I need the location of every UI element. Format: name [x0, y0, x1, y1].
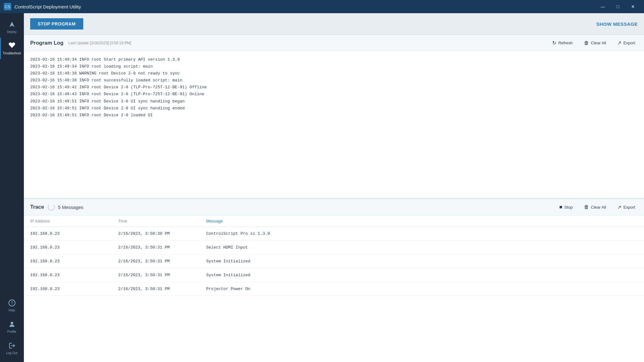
troubleshoot-icon [8, 41, 16, 50]
trace-cell-ip: 192.168.0.23 [30, 273, 118, 277]
trace-cell-time: 2/16/2023, 3:50:31 PM [118, 245, 206, 250]
profile-icon [8, 320, 16, 329]
table-row[interactable]: 192.168.0.232/16/2023, 3:50:31 PMProject… [24, 282, 644, 296]
trace-cell-time: 2/16/2023, 3:50:30 PM [118, 231, 206, 236]
trace-cell-time: 2/16/2023, 3:50:31 PM [118, 287, 206, 291]
trace-header: Trace 5 Messages ■ Stop 🗑 Clear All [24, 199, 644, 216]
trace-message-count: 5 Messages [58, 205, 557, 210]
stop-program-button[interactable]: STOP PROGRAM [30, 18, 83, 30]
trash-icon-log: 🗑 [584, 40, 589, 46]
clear-all-button-log[interactable]: 🗑 Clear All [581, 39, 608, 47]
sidebar-item-logout[interactable]: Log Out [0, 337, 24, 359]
refresh-button[interactable]: ↻ Refresh [550, 39, 575, 47]
log-line: 2023-02-16 15:49:43 INFO root Device 2-0… [30, 91, 638, 98]
col-header-time: Time [118, 219, 206, 223]
trace-actions: ■ Stop 🗑 Clear All ↗ Export [557, 203, 638, 211]
log-line: 2023-02-16 15:49:38 WARNING root Device … [30, 70, 638, 77]
log-line: 2023-02-16 15:49:51 INFO root Device 2-0… [30, 112, 638, 119]
export-icon-log: ↗ [617, 40, 621, 46]
log-content[interactable]: 2023-02-16 15:49:34 INFO root Start prim… [24, 51, 644, 198]
trace-rows-container: 192.168.0.232/16/2023, 3:50:30 PMControl… [24, 227, 644, 296]
clear-all-button-trace[interactable]: 🗑 Clear All [581, 203, 608, 211]
program-log-panel: Program Log Last Update [2/16/2023] [3:5… [24, 35, 644, 199]
sidebar-item-deploy-label: Deploy [7, 30, 17, 34]
program-log-header: Program Log Last Update [2/16/2023] [3:5… [24, 35, 644, 51]
sidebar-item-profile[interactable]: Profile [0, 316, 24, 337]
refresh-icon: ↻ [552, 40, 556, 46]
svg-marker-0 [9, 22, 14, 27]
maximize-button[interactable]: □ [611, 2, 625, 12]
export-icon-trace: ↗ [617, 204, 621, 210]
panels-container: Program Log Last Update [2/16/2023] [3:5… [24, 35, 644, 362]
trace-cell-time: 2/16/2023, 3:50:31 PM [118, 273, 206, 277]
help-icon: ? [8, 299, 16, 307]
title-bar: CS ControlScript Deployment Utility — □ … [0, 0, 644, 13]
stop-button[interactable]: ■ Stop [557, 203, 575, 211]
col-header-message: Message [206, 219, 638, 223]
log-line: 2023-02-16 15:49:38 INFO root successful… [30, 77, 638, 84]
trace-cell-message: Projector Power On [206, 287, 638, 291]
window-controls: — □ ✕ [596, 2, 640, 12]
trace-cell-message: System Initialized [206, 259, 638, 264]
close-button[interactable]: ✕ [626, 2, 640, 12]
trace-cell-ip: 192.168.0.23 [30, 259, 118, 264]
show-message-link[interactable]: SHOW MESSAGE [596, 21, 638, 27]
main-content: STOP PROGRAM SHOW MESSAGE Program Log La… [24, 13, 644, 362]
sidebar-item-troubleshoot[interactable]: Troubleshoot [0, 38, 24, 59]
sidebar-item-troubleshoot-label: Troubleshoot [3, 52, 21, 55]
trace-cell-message: System Initialized [206, 273, 638, 277]
logout-icon [8, 341, 16, 350]
export-button-log[interactable]: ↗ Export [615, 39, 638, 47]
trace-cell-message: ControlScript Pro xi 1.3.9 [206, 231, 638, 236]
app-body: Deploy Troubleshoot ? Help [0, 13, 644, 362]
export-button-trace[interactable]: ↗ Export [615, 203, 638, 211]
log-line: 2023-02-16 15:49:34 INFO root Start prim… [30, 56, 638, 63]
trace-table-header: IP Address Time Message [24, 216, 644, 227]
sidebar-item-help-label: Help [8, 309, 15, 312]
trash-icon-trace: 🗑 [584, 204, 589, 210]
sidebar-item-logout-label: Log Out [6, 351, 18, 355]
sidebar-item-profile-label: Profile [7, 330, 16, 334]
log-line: 2023-02-16 15:49:42 INFO root Device 2-0… [30, 84, 638, 91]
program-log-title: Program Log [30, 40, 63, 46]
program-log-actions: ↻ Refresh 🗑 Clear All ↗ Export [550, 39, 638, 47]
sidebar: Deploy Troubleshoot ? Help [0, 13, 24, 362]
stop-icon: ■ [559, 204, 563, 210]
trace-title: Trace [30, 204, 44, 210]
log-line: 2023-02-16 15:49:51 INFO root Device 2-0… [30, 98, 638, 105]
col-header-ip: IP Address [30, 219, 118, 223]
sidebar-item-help[interactable]: ? Help [0, 295, 24, 316]
trace-cell-ip: 192.168.0.23 [30, 231, 118, 236]
sidebar-item-deploy[interactable]: Deploy [0, 16, 24, 38]
trace-cell-ip: 192.168.0.23 [30, 287, 118, 291]
table-row[interactable]: 192.168.0.232/16/2023, 3:50:31 PMSystem … [24, 255, 644, 268]
table-row[interactable]: 192.168.0.232/16/2023, 3:50:31 PMSystem … [24, 268, 644, 282]
deploy-icon [8, 20, 16, 29]
svg-text:?: ? [11, 300, 13, 305]
table-row[interactable]: 192.168.0.232/16/2023, 3:50:30 PMControl… [24, 227, 644, 241]
log-line: 2023-02-16 15:49:34 INFO root loading sc… [30, 63, 638, 70]
trace-spinner [48, 204, 55, 211]
trace-cell-message: Select HDMI Input [206, 245, 638, 250]
app-title: ControlScript Deployment Utility [14, 4, 596, 9]
trace-panel: Trace 5 Messages ■ Stop 🗑 Clear All [24, 199, 644, 362]
app-icon: CS [4, 3, 11, 10]
trace-table[interactable]: IP Address Time Message 192.168.0.232/16… [24, 216, 644, 362]
svg-point-3 [11, 322, 13, 324]
program-log-subtitle: Last Update [2/16/2023] [3:50:19 PM] [69, 41, 550, 45]
minimize-button[interactable]: — [596, 2, 610, 12]
trace-cell-ip: 192.168.0.23 [30, 245, 118, 250]
log-line: 2023-02-16 15:49:51 INFO root Device 2-0… [30, 105, 638, 112]
action-bar: STOP PROGRAM SHOW MESSAGE [24, 13, 644, 35]
trace-cell-time: 2/16/2023, 3:50:31 PM [118, 259, 206, 264]
table-row[interactable]: 192.168.0.232/16/2023, 3:50:31 PMSelect … [24, 241, 644, 255]
